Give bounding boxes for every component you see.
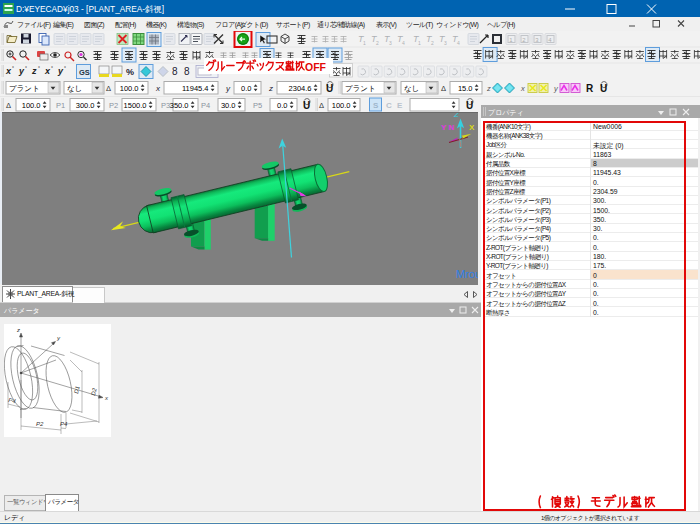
svg-text:プラント: プラント bbox=[9, 84, 40, 93]
svg-text:3: 3 bbox=[444, 40, 447, 46]
svg-text:Δ: Δ bbox=[441, 84, 446, 93]
svg-text:Y: Y bbox=[441, 123, 447, 132]
svg-text:100.0: 100.0 bbox=[332, 101, 351, 110]
svg-text:C: C bbox=[386, 101, 392, 110]
svg-text:°: ° bbox=[25, 65, 27, 71]
svg-text:4: 4 bbox=[457, 40, 460, 46]
svg-text:2304.6: 2304.6 bbox=[289, 84, 312, 93]
svg-text:P2: P2 bbox=[109, 101, 118, 110]
svg-text:S: S bbox=[373, 101, 379, 110]
svg-text:8: 8 bbox=[184, 66, 190, 77]
svg-text:350.0: 350.0 bbox=[170, 101, 189, 110]
svg-text:4: 4 bbox=[402, 40, 405, 46]
svg-text:D1: D1 bbox=[73, 385, 80, 394]
svg-text:E: E bbox=[397, 101, 403, 110]
svg-text:°: ° bbox=[12, 65, 14, 71]
svg-text:2: 2 bbox=[431, 40, 434, 46]
svg-text:Δ: Δ bbox=[106, 84, 111, 93]
svg-text:プラント: プラント bbox=[345, 84, 376, 93]
svg-text:1500.0: 1500.0 bbox=[124, 101, 147, 110]
svg-text:1: 1 bbox=[363, 40, 366, 46]
svg-text:Z: Z bbox=[453, 113, 460, 119]
svg-text:%: % bbox=[126, 67, 134, 77]
svg-text:30.0: 30.0 bbox=[221, 101, 236, 110]
svg-text:z: z bbox=[486, 84, 491, 93]
svg-text:0.0: 0.0 bbox=[277, 101, 287, 110]
svg-text:なし: なし bbox=[404, 84, 419, 93]
svg-text:°: ° bbox=[51, 65, 53, 71]
svg-text:Δ: Δ bbox=[6, 101, 11, 110]
svg-text:x: x bbox=[104, 395, 109, 401]
svg-text:x: x bbox=[44, 66, 51, 76]
svg-text:11945.4: 11945.4 bbox=[182, 84, 209, 93]
svg-text:Mrou: Mrou bbox=[456, 268, 478, 280]
svg-text:°: ° bbox=[38, 65, 40, 71]
svg-text:R: R bbox=[586, 83, 594, 94]
svg-text:y: y bbox=[18, 66, 25, 76]
svg-text:100.0: 100.0 bbox=[120, 84, 139, 93]
svg-text:x: x bbox=[5, 66, 12, 76]
svg-text:なし: なし bbox=[67, 84, 82, 93]
svg-text:Δ: Δ bbox=[319, 101, 324, 110]
svg-text:P1: P1 bbox=[56, 101, 65, 110]
svg-text:P4: P4 bbox=[8, 397, 17, 404]
svg-text:D2: D2 bbox=[90, 387, 98, 396]
svg-text:z: z bbox=[31, 66, 37, 76]
svg-text:100.0: 100.0 bbox=[22, 101, 41, 110]
svg-text:z: z bbox=[268, 84, 273, 93]
svg-text:OFF: OFF bbox=[305, 61, 327, 73]
svg-text:N: N bbox=[449, 123, 455, 132]
svg-text:P5: P5 bbox=[253, 101, 262, 110]
svg-text:y: y bbox=[57, 66, 64, 76]
svg-text:2: 2 bbox=[376, 40, 379, 46]
svg-text:P4: P4 bbox=[201, 101, 210, 110]
svg-text:P4: P4 bbox=[60, 421, 68, 427]
svg-text:z: z bbox=[16, 327, 20, 333]
svg-text:1: 1 bbox=[418, 40, 421, 46]
svg-text:GS: GS bbox=[79, 68, 90, 77]
svg-text:15.0: 15.0 bbox=[458, 84, 473, 93]
svg-text:3: 3 bbox=[389, 40, 392, 46]
svg-text:x: x bbox=[520, 84, 525, 93]
svg-text:0.0: 0.0 bbox=[241, 84, 251, 93]
svg-text:P2: P2 bbox=[36, 421, 44, 427]
svg-text:300.0: 300.0 bbox=[76, 101, 95, 110]
svg-text:X: X bbox=[469, 123, 475, 132]
svg-text:°: ° bbox=[64, 65, 66, 71]
svg-text:8: 8 bbox=[172, 66, 178, 77]
svg-text:y: y bbox=[56, 335, 61, 341]
